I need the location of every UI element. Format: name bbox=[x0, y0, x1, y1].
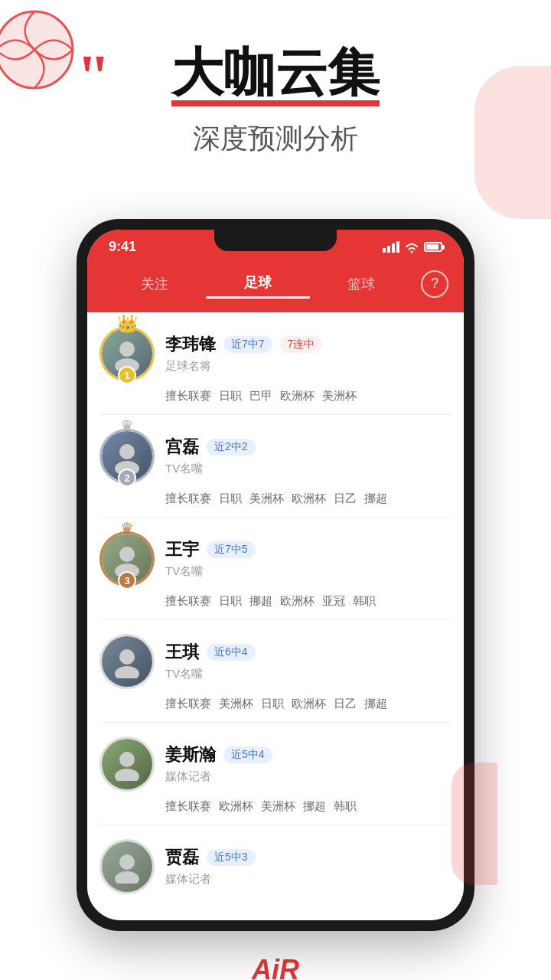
expert-name-row: 王琪 近6中4 bbox=[165, 641, 452, 664]
battery-icon bbox=[424, 242, 442, 252]
tab-follow[interactable]: 关注 bbox=[103, 270, 206, 298]
expert-info: 王宇 近7中5 TV名嘴 bbox=[165, 538, 452, 580]
expert-item: 姜斯瀚 近5中4 媒体记者 擅长联赛 欧洲杯 美洲杯 挪超 韩职 bbox=[99, 723, 452, 825]
phone-wrapper: 9:41 bbox=[0, 219, 551, 931]
expert-info: 姜斯瀚 近5中4 媒体记者 bbox=[165, 743, 452, 786]
badge-stat: 近5中3 bbox=[207, 849, 256, 866]
expert-name: 宫磊 bbox=[165, 436, 199, 459]
badge-stat: 近7中7 bbox=[223, 336, 272, 353]
status-icons bbox=[383, 241, 442, 253]
expert-item: 王琪 近6中4 TV名嘴 擅长联赛 美洲杯 日职 欧洲杯 日乙 挪超 bbox=[99, 620, 452, 723]
phone-screen: 9:41 bbox=[87, 230, 464, 920]
tags-row: 擅长联赛 日职 美洲杯 欧洲杯 日乙 挪超 bbox=[99, 492, 452, 506]
expert-name: 贾磊 bbox=[165, 846, 199, 869]
avatar-wrap: ♛ 3 bbox=[99, 531, 155, 586]
svg-point-2 bbox=[119, 341, 135, 357]
expert-name: 李玮锋 bbox=[165, 333, 216, 356]
deco-shape bbox=[474, 66, 551, 219]
expert-name-row: 宫磊 近2中2 bbox=[165, 436, 452, 459]
expert-name-row: 贾磊 近5中3 bbox=[165, 846, 452, 869]
tab-football[interactable]: 足球 bbox=[206, 269, 309, 299]
badge-stat: 近6中4 bbox=[207, 644, 256, 661]
wifi-icon bbox=[404, 241, 419, 253]
phone-deco bbox=[452, 763, 497, 885]
phone-frame: 9:41 bbox=[77, 219, 474, 931]
tab-basketball[interactable]: 篮球 bbox=[310, 270, 413, 298]
bottom-section: AiR bbox=[0, 931, 551, 980]
avatar-wrap bbox=[99, 839, 155, 894]
expert-info: 贾磊 近5中3 媒体记者 bbox=[165, 846, 452, 888]
expert-name: 王琪 bbox=[165, 641, 199, 664]
badge-stat: 近2中2 bbox=[207, 439, 256, 456]
expert-role: 媒体记者 bbox=[165, 872, 452, 887]
expert-name-row: 李玮锋 近7中7 7连中 bbox=[165, 333, 452, 356]
expert-name-row: 姜斯瀚 近5中4 bbox=[165, 743, 452, 766]
signal-icon bbox=[383, 241, 399, 253]
tags-row: 擅长联赛 日职 挪超 欧洲杯 亚冠 韩职 bbox=[99, 594, 452, 609]
status-time: 9:41 bbox=[109, 239, 136, 255]
expert-role: TV名嘴 bbox=[165, 667, 452, 681]
avatar-wrap: 👑 1 bbox=[99, 326, 155, 381]
tags-row: 擅长联赛 欧洲杯 美洲杯 挪超 韩职 bbox=[99, 799, 452, 814]
basketball-icon bbox=[0, 8, 77, 92]
svg-point-4 bbox=[119, 444, 135, 459]
crown-icon: 👑 bbox=[117, 314, 138, 334]
notch bbox=[214, 230, 337, 251]
badge-stat: 近7中5 bbox=[207, 541, 256, 558]
avatar-wrap bbox=[99, 634, 155, 689]
tags-row: 擅长联赛 日职 巴甲 欧洲杯 美洲杯 bbox=[99, 389, 452, 403]
quote-mark: " bbox=[77, 46, 110, 107]
expert-item: 贾磊 近5中3 媒体记者 bbox=[99, 825, 452, 920]
expert-info: 李玮锋 近7中7 7连中 足球名将 bbox=[165, 333, 452, 375]
expert-item: ♛ 2 宫磊 近2中2 bbox=[99, 415, 452, 518]
expert-role: TV名嘴 bbox=[165, 564, 452, 579]
expert-info: 宫磊 近2中2 TV名嘴 bbox=[165, 436, 452, 478]
svg-point-8 bbox=[119, 649, 135, 665]
avatar bbox=[99, 839, 155, 894]
rank-badge: 2 bbox=[118, 469, 136, 487]
nav-tabs: 关注 足球 篮球 ? bbox=[87, 261, 464, 312]
expert-item: 👑 1 李玮锋 近7中7 bbox=[99, 312, 452, 415]
avatar-wrap: ♛ 2 bbox=[99, 429, 155, 484]
svg-point-9 bbox=[115, 666, 139, 678]
air-label: AiR bbox=[252, 954, 299, 980]
badge-streak: 7连中 bbox=[280, 336, 323, 353]
expert-info: 王琪 近6中4 TV名嘴 bbox=[165, 641, 452, 683]
avatar bbox=[99, 634, 155, 689]
expert-role: TV名嘴 bbox=[165, 462, 452, 476]
expert-list: 👑 1 李玮锋 近7中7 bbox=[87, 312, 464, 920]
rank-badge: 1 bbox=[118, 366, 136, 384]
svg-point-12 bbox=[119, 854, 135, 870]
hero-subtitle: 深度预测分析 bbox=[31, 120, 520, 158]
tags-row: 擅长联赛 美洲杯 日职 欧洲杯 日乙 挪超 bbox=[99, 697, 452, 711]
help-button[interactable]: ? bbox=[421, 270, 448, 298]
badge-stat: 近5中4 bbox=[223, 746, 272, 763]
crown-icon: ♛ bbox=[120, 519, 134, 537]
hero-title: 大咖云集 bbox=[171, 43, 380, 101]
svg-point-11 bbox=[115, 769, 139, 781]
svg-point-6 bbox=[119, 547, 135, 562]
expert-name: 王宇 bbox=[165, 538, 199, 561]
expert-name-row: 王宇 近7中5 bbox=[165, 538, 452, 561]
crown-icon: ♛ bbox=[120, 416, 134, 435]
expert-role: 足球名将 bbox=[165, 359, 452, 374]
avatar-wrap bbox=[99, 737, 155, 792]
rank-badge: 3 bbox=[118, 571, 136, 590]
expert-item: ♛ 3 王宇 近7中5 bbox=[99, 518, 452, 620]
expert-role: 媒体记者 bbox=[165, 769, 452, 784]
svg-point-13 bbox=[115, 871, 139, 884]
svg-point-10 bbox=[119, 752, 135, 767]
expert-name: 姜斯瀚 bbox=[165, 743, 216, 766]
avatar bbox=[99, 737, 155, 792]
hero-section: " 大咖云集 深度预测分析 bbox=[0, 0, 551, 204]
